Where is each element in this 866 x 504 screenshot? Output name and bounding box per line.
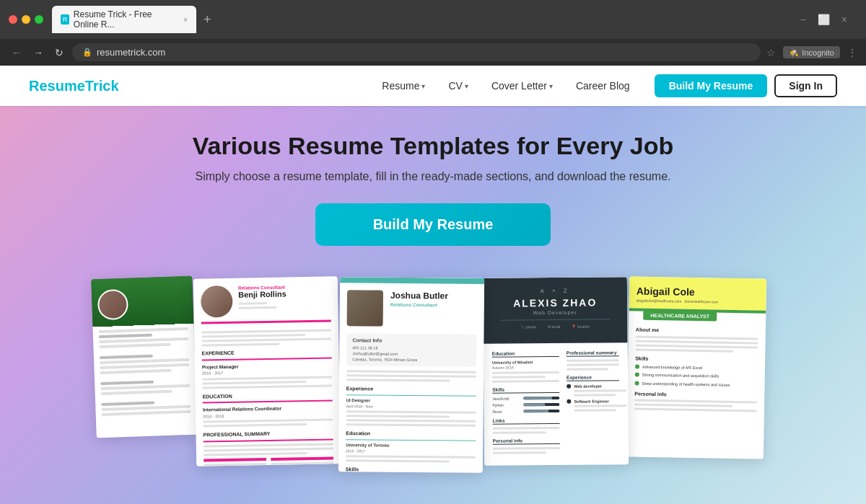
page-content: ResumeTrick Resume ▾ CV ▾ Cover Letter ▾… — [0, 66, 866, 504]
text-line — [202, 376, 332, 380]
card-2-section-bar2 — [203, 399, 333, 403]
text-line — [346, 419, 476, 423]
more-options-icon[interactable]: ⋮ — [847, 47, 857, 58]
card-4-col-right: Professional summary Experience Web deve… — [567, 350, 620, 456]
card-4-name: ALEXIS ZHAO — [491, 296, 618, 309]
bookmark-icon[interactable]: ☆ — [766, 47, 776, 58]
card-4-personal-title: Personal info — [493, 438, 560, 445]
card-2-section1: EXPERIENCE — [201, 348, 331, 358]
card-4-az: A ⚬ Z — [491, 287, 618, 295]
text-line — [346, 423, 476, 427]
skill-label: React — [492, 409, 521, 413]
incognito-badge: 🕵 Incognito — [783, 46, 840, 58]
hero-section: Various Resume Templates for Every Job S… — [0, 106, 866, 263]
card-4-school-dates: Autumn 2016 — [492, 365, 559, 370]
text-line — [346, 410, 476, 414]
text-line — [99, 343, 170, 348]
nav-career-blog[interactable]: Career Blog — [566, 76, 640, 96]
text-line — [346, 370, 476, 373]
nav-cover-letter[interactable]: Cover Letter ▾ — [481, 76, 563, 96]
text-line — [271, 461, 333, 465]
text-line — [204, 452, 307, 456]
card-5-email: abigailcole@healthcare.com — [637, 299, 682, 304]
card-4-location: 📍 location — [572, 324, 590, 329]
tab-title: Resume Trick - Free Online R... — [74, 9, 176, 30]
incognito-icon: 🕵 — [789, 48, 799, 57]
window-expand-icon[interactable]: ⬜ — [818, 14, 830, 25]
card-4-phone: 📞 phone — [521, 324, 536, 329]
window-controls: − ⬜ × — [796, 14, 857, 25]
window-close-icon[interactable]: × — [841, 14, 847, 25]
card-5-skill3: Deep understanding of health systems and… — [642, 380, 758, 388]
text-line — [493, 427, 560, 430]
text-line — [493, 447, 560, 450]
text-line — [201, 343, 279, 347]
resume-card-1[interactable] — [91, 276, 198, 438]
card-3-exp-dates: April 2018 - Now — [346, 404, 476, 410]
browser-chrome: R Resume Trick - Free Online R... × + − … — [0, 0, 866, 66]
resume-card-4[interactable]: A ⚬ Z ALEXIS ZHAO Web Developer 📞 phone … — [483, 277, 629, 466]
cv-chevron-icon: ▾ — [465, 82, 468, 90]
text-line — [634, 399, 757, 404]
card-4-header: A ⚬ Z ALEXIS ZHAO Web Developer 📞 phone … — [483, 277, 628, 344]
text-line — [204, 443, 333, 447]
card-5-skill2: Strong communication and acquisition ski… — [642, 372, 758, 380]
tab-close-icon[interactable]: × — [183, 16, 188, 24]
card-3-role: Relations Consultant — [390, 302, 448, 308]
sign-in-button[interactable]: Sign In — [774, 74, 837, 97]
minimize-window-button[interactable] — [22, 15, 30, 24]
text-line — [634, 404, 732, 407]
text-line — [574, 404, 626, 407]
card-2-name: Benji Rollins — [238, 290, 287, 300]
text-line — [492, 376, 546, 379]
card-3-name: Joshua Butler — [390, 291, 448, 301]
resume-card-2[interactable]: Relations Consultant Benji Rollins EXPER… — [193, 276, 341, 466]
maximize-window-button[interactable] — [35, 15, 43, 24]
card-3-edu-title: Education — [346, 430, 476, 441]
text-line — [99, 334, 152, 339]
header-build-resume-button[interactable]: Build My Resume — [655, 74, 768, 97]
text-line — [492, 380, 559, 383]
card-2-name-block: Relations Consultant Benji Rollins — [238, 285, 287, 311]
card-3-exp-section: Experience UI Designer April 2018 - Now — [346, 385, 476, 427]
browser-nav-bar: ← → ↻ 🔒 resumetrick.com ☆ 🕵 Incognito ⋮ — [0, 39, 866, 66]
new-tab-button[interactable]: + — [199, 11, 216, 29]
back-button[interactable]: ← — [9, 45, 25, 60]
text-line — [346, 415, 450, 417]
browser-nav-actions: ☆ 🕵 Incognito ⋮ — [766, 46, 857, 58]
browser-titlebar: R Resume Trick - Free Online R... × + − … — [0, 0, 866, 39]
resume-card-5[interactable]: Abigail Cole abigailcole@healthcare.com … — [626, 276, 766, 459]
nav-cv[interactable]: CV ▾ — [438, 76, 478, 96]
nav-resume[interactable]: Resume ▾ — [372, 76, 435, 96]
header-cta: Build My Resume Sign In — [655, 74, 837, 97]
site-navigation: Resume ▾ CV ▾ Cover Letter ▾ Career Blog — [372, 76, 639, 96]
active-tab[interactable]: R Resume Trick - Free Online R... × — [52, 6, 196, 33]
text-line — [203, 423, 307, 428]
resume-card-3[interactable]: Joshua Butler Relations Consultant Conta… — [338, 277, 484, 473]
card-2-section3: PROFESSIONAL SUMMARY — [203, 429, 333, 439]
refresh-button[interactable]: ↻ — [52, 45, 66, 60]
lock-icon: 🔒 — [82, 48, 92, 57]
window-minimize-icon[interactable]: − — [800, 14, 806, 25]
card-3-email: JoshuaButler@gmail.com — [352, 351, 471, 356]
card-3-phone: 405 111 38 18 — [352, 345, 471, 350]
text-line — [100, 384, 190, 390]
site-logo: ResumeTrick — [29, 78, 119, 94]
card-4-email: ✉ email — [548, 324, 560, 329]
logo-accent: Trick — [85, 78, 119, 94]
text-line — [567, 359, 619, 362]
close-window-button[interactable] — [9, 15, 17, 24]
card-4-links-title: Links — [493, 417, 560, 425]
card-4-col-left: Education University of Windsor Autumn 2… — [492, 350, 560, 456]
address-bar[interactable]: 🔒 resumetrick.com — [72, 43, 761, 61]
text-line — [636, 335, 758, 340]
forward-button[interactable]: → — [30, 45, 46, 60]
hero-cta-button[interactable]: Build My Resume — [315, 203, 551, 246]
card-3-header: Joshua Butler Relations Consultant — [340, 283, 485, 335]
skill-label: Python — [492, 402, 521, 407]
card-4-title: Web Developer — [491, 309, 618, 316]
browser-tabs: R Resume Trick - Free Online R... × + — [52, 6, 790, 33]
cover-letter-chevron-icon: ▾ — [549, 82, 553, 90]
text-line — [201, 337, 331, 342]
text-line — [203, 418, 333, 423]
